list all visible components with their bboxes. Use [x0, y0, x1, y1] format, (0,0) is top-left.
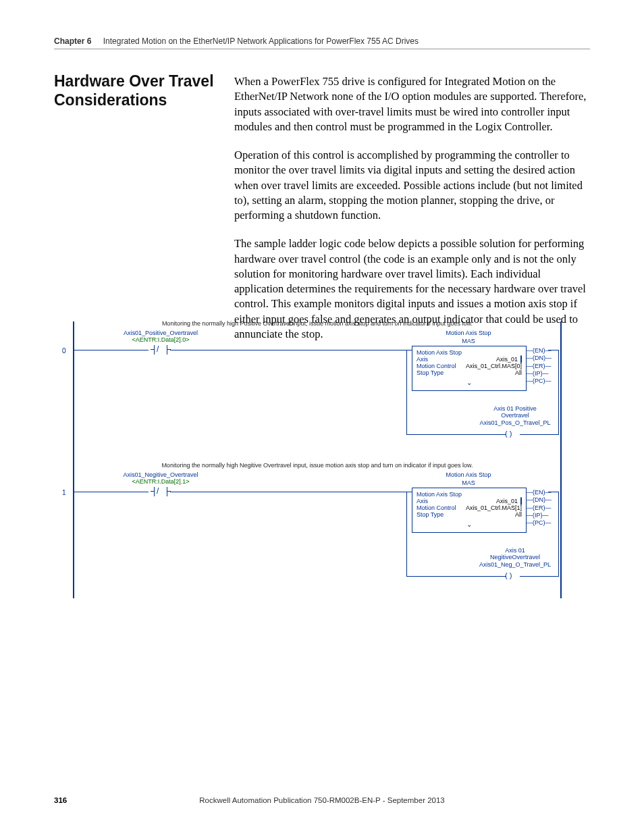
xio-contact: / — [154, 487, 167, 496]
coil-label: Axis 01 NegitiveOvertravel Axis01_Neg_O_… — [471, 547, 559, 568]
rung-comment: Monitoring the normally high Negitive Ov… — [74, 462, 560, 469]
mas-instruction: Motion Axis Stop AxisAxis_01 Motion Cont… — [412, 346, 527, 391]
rail-segment — [406, 434, 506, 435]
rail-segment — [406, 576, 506, 577]
publication-info: Rockwell Automation Publication 750-RM00… — [199, 796, 445, 804]
rail-segment — [170, 492, 406, 492]
rail-segment — [74, 350, 149, 350]
status-flags: —(EN)— —(DN)— —(ER)— —(IP)— —(PC)— — [527, 489, 552, 527]
rung-comment: Monitoring the normally high Positive Ov… — [74, 320, 560, 327]
ladder-rung: Monitoring the normally high Positive Ov… — [74, 321, 560, 457]
chevron-down-icon: ⌄ — [417, 379, 522, 386]
chapter-label: Chapter 6 — [54, 36, 91, 46]
branch-segment — [558, 350, 559, 434]
ladder-rung: Monitoring the normally high Negitive Ov… — [74, 463, 560, 598]
page-number: 316 — [54, 796, 67, 804]
output-title: Motion Axis Stop — [412, 471, 525, 478]
branch-segment — [406, 350, 407, 434]
branch-segment — [406, 492, 407, 576]
input-tag-label: Axis01_Negitive_Overtravel <AENTR:I.Data… — [113, 471, 208, 486]
rail-segment — [406, 350, 412, 350]
ladder-diagram: Monitoring the normally high Positive Ov… — [73, 321, 562, 598]
rung-number: 1 — [62, 489, 66, 496]
input-tag-label: Axis01_Positive_Overtravel <AENTR:I.Data… — [113, 330, 208, 344]
rail-segment — [170, 350, 406, 350]
rail-segment — [548, 350, 559, 350]
output-coil: ( ) — [505, 571, 512, 579]
page-header: Chapter 6 Integrated Motion on the Ether… — [54, 36, 590, 49]
mas-instruction: Motion Axis Stop AxisAxis_01 Motion Cont… — [412, 488, 527, 533]
rail-segment — [74, 492, 149, 492]
mas-tag: MAS — [412, 479, 525, 486]
status-flags: —(EN)— —(DN)— —(ER)— —(IP)— —(PC)— — [527, 347, 552, 385]
paragraph: Operation of this control is accomplishe… — [234, 148, 592, 223]
mas-tag: MAS — [412, 338, 525, 344]
rung-number: 0 — [62, 347, 66, 355]
xio-contact: / — [154, 345, 167, 355]
output-coil: ( ) — [505, 429, 512, 438]
page-footer: 316 Rockwell Automation Publication 750-… — [54, 796, 590, 804]
section-heading: Hardware Over Travel Considerations — [54, 72, 223, 109]
coil-label: Axis 01 Positive Overtravel Axis01_Pos_O… — [471, 405, 559, 426]
rail-segment — [406, 492, 412, 492]
chapter-title: Integrated Motion on the EtherNet/IP Net… — [103, 36, 419, 46]
rail-segment — [520, 434, 559, 435]
rail-segment — [520, 576, 559, 577]
branch-segment — [558, 492, 559, 576]
paragraph: When a PowerFlex 755 drive is configured… — [234, 74, 592, 134]
rail-segment — [548, 492, 559, 492]
output-title: Motion Axis Stop — [412, 330, 525, 336]
chevron-down-icon: ⌄ — [417, 521, 522, 528]
body-text: When a PowerFlex 755 drive is configured… — [234, 74, 592, 355]
